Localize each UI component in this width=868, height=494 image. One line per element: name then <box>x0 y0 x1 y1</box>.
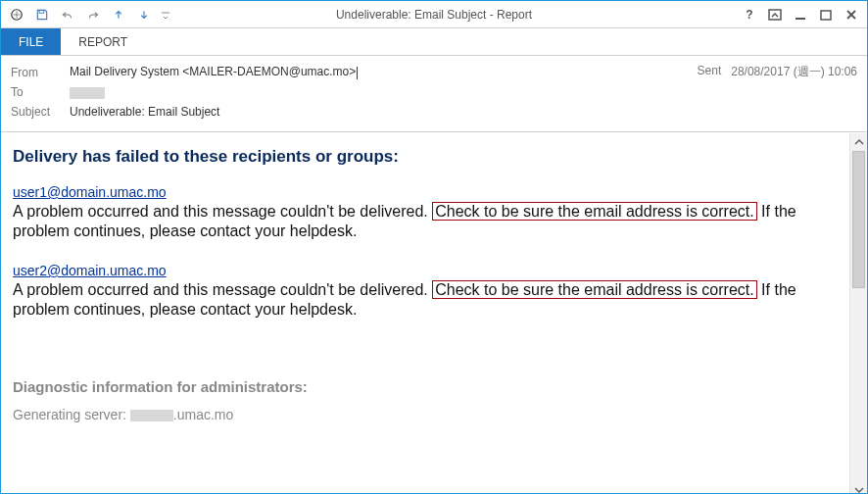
recipient-link[interactable]: user1@domain.umac.mo <box>13 184 167 200</box>
ribbon-collapse-icon[interactable] <box>763 5 787 25</box>
tab-file[interactable]: FILE <box>1 28 61 55</box>
window-controls: ? <box>738 5 867 25</box>
quick-access-toolbar <box>1 5 171 25</box>
undo-icon[interactable] <box>58 5 77 25</box>
recipient-message: A problem occurred and this message coul… <box>13 202 838 241</box>
from-label: From <box>11 66 70 79</box>
msg-pre: A problem occurred and this message coul… <box>13 281 432 298</box>
ribbon-tabs: FILE REPORT <box>1 28 867 56</box>
minimize-icon[interactable] <box>789 5 812 25</box>
recipient-block: user1@domain.umac.mo A problem occurred … <box>13 184 838 241</box>
svg-rect-1 <box>39 10 44 13</box>
message-body: Delivery has failed to these recipients … <box>1 133 849 494</box>
next-item-icon[interactable] <box>134 5 154 25</box>
highlighted-advice: Check to be sure the email address is co… <box>432 280 756 299</box>
from-value: Mail Delivery System <MAILER-DAEMON@umac… <box>70 65 358 78</box>
message-body-container: Delivery has failed to these recipients … <box>1 132 867 494</box>
qat-customize-icon[interactable] <box>160 5 171 25</box>
recipient-link[interactable]: user2@domain.umac.mo <box>13 263 167 278</box>
subject-label: Subject <box>11 105 70 119</box>
message-header: From Mail Delivery System <MAILER-DAEMON… <box>1 56 867 132</box>
sent-label: Sent <box>698 64 722 80</box>
sent-value: 28/08/2017 (週一) 10:06 <box>731 64 857 80</box>
recipient-message: A problem occurred and this message coul… <box>13 280 838 320</box>
redacted-server <box>130 410 173 421</box>
redacted-recipient <box>70 87 105 99</box>
help-icon[interactable]: ? <box>738 5 761 25</box>
scroll-thumb[interactable] <box>852 151 865 288</box>
diagnostic-heading: Diagnostic information for administrator… <box>13 378 838 395</box>
generating-server-line: Generating server: .umac.mo <box>13 407 838 422</box>
tab-report[interactable]: REPORT <box>61 28 145 55</box>
delivery-failed-heading: Delivery has failed to these recipients … <box>13 147 838 167</box>
to-label: To <box>11 85 70 99</box>
prev-item-icon[interactable] <box>109 5 128 25</box>
text-cursor <box>357 67 358 79</box>
maximize-icon[interactable] <box>814 5 838 25</box>
recipient-block: user2@domain.umac.mo A problem occurred … <box>13 263 838 320</box>
title-bar: Undeliverable: Email Subject - Report ? <box>1 1 867 28</box>
scroll-track[interactable] <box>850 151 867 481</box>
highlighted-advice: Check to be sure the email address is co… <box>432 202 756 221</box>
from-text: Mail Delivery System <MAILER-DAEMON@umac… <box>70 65 356 78</box>
redo-icon[interactable] <box>83 5 103 25</box>
scroll-down-icon[interactable] <box>850 481 867 494</box>
to-value <box>70 85 105 99</box>
save-icon[interactable] <box>32 5 52 25</box>
subject-value: Undeliverable: Email Subject <box>70 105 219 119</box>
msg-pre: A problem occurred and this message coul… <box>13 203 432 220</box>
vertical-scrollbar[interactable] <box>849 133 867 494</box>
app-icon <box>7 5 26 25</box>
gen-server-suffix: .umac.mo <box>173 407 233 422</box>
svg-rect-4 <box>821 11 831 20</box>
close-icon[interactable] <box>840 5 863 25</box>
gen-server-label: Generating server: <box>13 407 130 422</box>
scroll-up-icon[interactable] <box>850 133 867 151</box>
